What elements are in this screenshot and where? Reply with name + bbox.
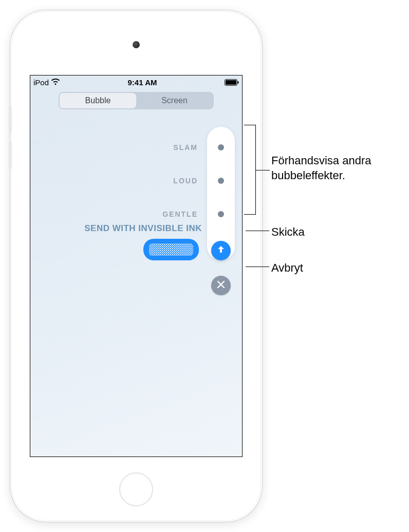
cancel-button[interactable] <box>211 276 231 295</box>
effect-option-invisible-ink-label: SEND WITH INVISIBLE INK <box>84 223 202 234</box>
callout-preview-effects: Förhandsvisa andra bubbeleffekter. <box>271 154 405 183</box>
effect-indicator <box>207 211 235 217</box>
ipod-device-frame: iPod 9:41 AM Bubble Screen SLAM <box>10 10 262 522</box>
volume-down-button[interactable] <box>9 141 11 169</box>
status-time: 9:41 AM <box>60 78 225 87</box>
effect-indicator <box>207 178 235 184</box>
close-icon <box>216 280 226 291</box>
effect-label: LOUD <box>173 177 198 185</box>
effect-option-slam[interactable]: SLAM <box>30 132 235 163</box>
wifi-icon <box>51 79 60 86</box>
tab-screen[interactable]: Screen <box>136 93 213 108</box>
effect-indicator <box>207 144 235 150</box>
send-button[interactable] <box>211 241 231 260</box>
effect-label: GENTLE <box>162 210 198 218</box>
effect-option-loud[interactable]: LOUD <box>30 165 235 196</box>
effect-label: SLAM <box>173 143 198 151</box>
callout-line <box>246 267 269 267</box>
front-camera <box>133 41 140 48</box>
device-screen: iPod 9:41 AM Bubble Screen SLAM <box>30 75 243 457</box>
svg-rect-1 <box>226 80 236 85</box>
arrow-up-icon <box>216 244 226 257</box>
callout-cancel: Avbryt <box>271 261 303 276</box>
volume-up-button[interactable] <box>9 105 11 134</box>
invisible-ink-effect <box>149 243 193 255</box>
message-preview-bubble <box>143 239 199 260</box>
status-bar: iPod 9:41 AM <box>30 75 242 89</box>
carrier-label: iPod <box>33 78 49 87</box>
effect-mode-segmented-control: Bubble Screen <box>59 92 214 109</box>
tab-bubble[interactable]: Bubble <box>60 93 136 108</box>
callout-line <box>246 231 269 231</box>
callout-send: Skicka <box>271 225 305 240</box>
home-button[interactable] <box>119 472 153 506</box>
battery-icon <box>225 79 239 86</box>
svg-rect-2 <box>238 81 239 84</box>
